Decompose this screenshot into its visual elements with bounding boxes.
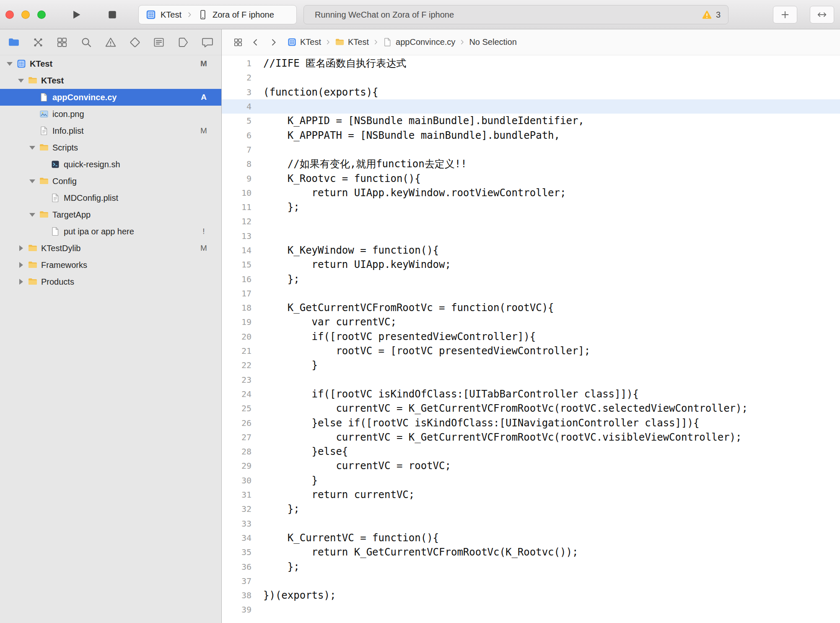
code-line-27[interactable]: 27 currentVC = K_GetCurrentVCFromRootVc(… xyxy=(221,430,840,444)
code-line-5[interactable]: 5 K_APPID = [NSBundle mainBundle].bundle… xyxy=(221,114,840,128)
code-line-38[interactable]: 38})(exports); xyxy=(221,588,840,602)
sidebar-item-targetapp[interactable]: TargetApp xyxy=(0,206,221,223)
code-line-7[interactable]: 7 xyxy=(221,143,840,157)
code-line-9[interactable]: 9 K_Rootvc = function(){ xyxy=(221,171,840,185)
disclosure-triangle[interactable] xyxy=(16,262,26,268)
minimize-button[interactable] xyxy=(21,10,30,19)
line-number[interactable]: 30 xyxy=(221,475,251,485)
code-line-34[interactable]: 34 K_CurrentVC = function(){ xyxy=(221,531,840,545)
code-line-15[interactable]: 15 return UIApp.keyWindow; xyxy=(221,257,840,272)
line-number[interactable]: 1 xyxy=(221,58,251,68)
code-line-8[interactable]: 8 //如果有变化,就用function去定义!! xyxy=(221,157,840,171)
code-line-4[interactable]: 4 xyxy=(221,99,840,114)
sidebar-item-ktest[interactable]: KTestM xyxy=(0,55,221,72)
source-control-button[interactable] xyxy=(29,33,47,52)
disclosure-triangle[interactable] xyxy=(4,62,15,66)
line-number[interactable]: 10 xyxy=(221,188,251,198)
line-number[interactable]: 12 xyxy=(221,216,251,226)
code-line-12[interactable]: 12 xyxy=(221,214,840,228)
code-line-21[interactable]: 21 rootVC = [rootVC presentedViewControl… xyxy=(221,344,840,358)
line-number[interactable]: 3 xyxy=(221,87,251,97)
line-number[interactable]: 29 xyxy=(221,461,251,471)
disclosure-triangle[interactable] xyxy=(27,213,38,217)
line-number[interactable]: 26 xyxy=(221,418,251,428)
code-line-37[interactable]: 37 xyxy=(221,574,840,588)
line-number[interactable]: 21 xyxy=(221,346,251,356)
code-line-25[interactable]: 25 currentVC = K_GetCurrentVCFromRootVc(… xyxy=(221,401,840,415)
line-number[interactable]: 31 xyxy=(221,490,251,500)
line-number[interactable]: 25 xyxy=(221,403,251,413)
sidebar-item-config[interactable]: Config xyxy=(0,173,221,189)
line-number[interactable]: 8 xyxy=(221,159,251,169)
disclosure-triangle[interactable] xyxy=(27,179,38,183)
sidebar-item-products[interactable]: Products xyxy=(0,273,221,290)
code-line-2[interactable]: 2 xyxy=(221,70,840,85)
line-number[interactable]: 24 xyxy=(221,389,251,399)
code-line-29[interactable]: 29 currentVC = rootVC; xyxy=(221,459,840,473)
code-line-28[interactable]: 28 }else{ xyxy=(221,444,840,459)
sidebar-item-ktestdylib[interactable]: KTestDylibM xyxy=(0,240,221,257)
code-line-31[interactable]: 31 return currentVC; xyxy=(221,488,840,502)
line-number[interactable]: 11 xyxy=(221,202,251,212)
search-button[interactable] xyxy=(77,33,96,52)
line-number[interactable]: 33 xyxy=(221,519,251,529)
line-number[interactable]: 6 xyxy=(221,130,251,140)
line-number[interactable]: 38 xyxy=(221,590,251,600)
line-number[interactable]: 36 xyxy=(221,562,251,572)
zoom-button[interactable] xyxy=(37,10,46,19)
code-line-32[interactable]: 32 }; xyxy=(221,502,840,516)
line-number[interactable]: 28 xyxy=(221,446,251,457)
symbol-navigator-button[interactable] xyxy=(53,33,71,52)
code-line-11[interactable]: 11 }; xyxy=(221,200,840,214)
line-number[interactable]: 17 xyxy=(221,288,251,299)
forward-button[interactable] xyxy=(266,35,280,49)
line-number[interactable]: 15 xyxy=(221,260,251,270)
code-line-10[interactable]: 10 return UIApp.keyWindow.rootViewContro… xyxy=(221,186,840,200)
code-line-19[interactable]: 19 var currentVC; xyxy=(221,315,840,329)
project-navigator-button[interactable] xyxy=(5,33,23,52)
code-line-16[interactable]: 16 }; xyxy=(221,272,840,286)
line-number[interactable]: 13 xyxy=(221,231,251,241)
line-number[interactable]: 22 xyxy=(221,360,251,370)
code-line-13[interactable]: 13 xyxy=(221,229,840,243)
sidebar-item-quick-resign-sh[interactable]: quick-resign.sh xyxy=(0,156,221,173)
sidebar-item-info-plist[interactable]: Info.plistM xyxy=(0,122,221,139)
test-navigator-button[interactable] xyxy=(126,33,144,52)
code-line-14[interactable]: 14 K_KeyWindow = function(){ xyxy=(221,243,840,257)
line-number[interactable]: 20 xyxy=(221,332,251,342)
code-line-35[interactable]: 35 return K_GetCurrentVCFromRootVc(K_Roo… xyxy=(221,545,840,559)
line-number[interactable]: 19 xyxy=(221,317,251,327)
line-number[interactable]: 2 xyxy=(221,73,251,83)
split-divider[interactable] xyxy=(221,29,222,623)
issue-navigator-button[interactable] xyxy=(101,33,120,52)
line-number[interactable]: 23 xyxy=(221,375,251,385)
code-line-20[interactable]: 20 if([rootVC presentedViewController]){ xyxy=(221,330,840,344)
breadcrumb-item-appconvince-cy[interactable]: appConvince.cy xyxy=(383,37,455,47)
code-line-26[interactable]: 26 }else if([rootVC isKindOfClass:[UINav… xyxy=(221,415,840,430)
line-number[interactable]: 39 xyxy=(221,605,251,615)
code-line-30[interactable]: 30 } xyxy=(221,473,840,488)
line-number[interactable]: 34 xyxy=(221,533,251,543)
code-line-22[interactable]: 22 } xyxy=(221,358,840,372)
sidebar-item-scripts[interactable]: Scripts xyxy=(0,139,221,156)
back-button[interactable] xyxy=(249,35,263,49)
code-line-3[interactable]: 3(function(exports){ xyxy=(221,85,840,99)
close-button[interactable] xyxy=(5,10,14,19)
debug-navigator-button[interactable] xyxy=(150,33,168,52)
code-line-1[interactable]: 1//IIFE 匿名函数自执行表达式 xyxy=(221,56,840,70)
breakpoint-navigator-button[interactable] xyxy=(174,33,192,52)
breadcrumb-item-ktest[interactable]: KTest xyxy=(287,37,321,47)
code-line-18[interactable]: 18 K_GetCurrentVCFromRootVc = function(r… xyxy=(221,301,840,315)
line-number[interactable]: 7 xyxy=(221,145,251,155)
disclosure-triangle[interactable] xyxy=(16,245,26,251)
report-navigator-button[interactable] xyxy=(198,33,217,52)
stop-button[interactable] xyxy=(104,7,121,22)
line-number[interactable]: 14 xyxy=(221,245,251,255)
disclosure-triangle[interactable] xyxy=(16,279,26,285)
run-button[interactable] xyxy=(68,7,85,22)
line-number[interactable]: 16 xyxy=(221,274,251,284)
code-line-36[interactable]: 36 }; xyxy=(221,559,840,574)
code-line-24[interactable]: 24 if([rootVC isKindOfClass:[UITabBarCon… xyxy=(221,387,840,401)
code-line-17[interactable]: 17 xyxy=(221,286,840,301)
code-line-6[interactable]: 6 K_APPPATH = [NSBundle mainBundle].bund… xyxy=(221,128,840,142)
